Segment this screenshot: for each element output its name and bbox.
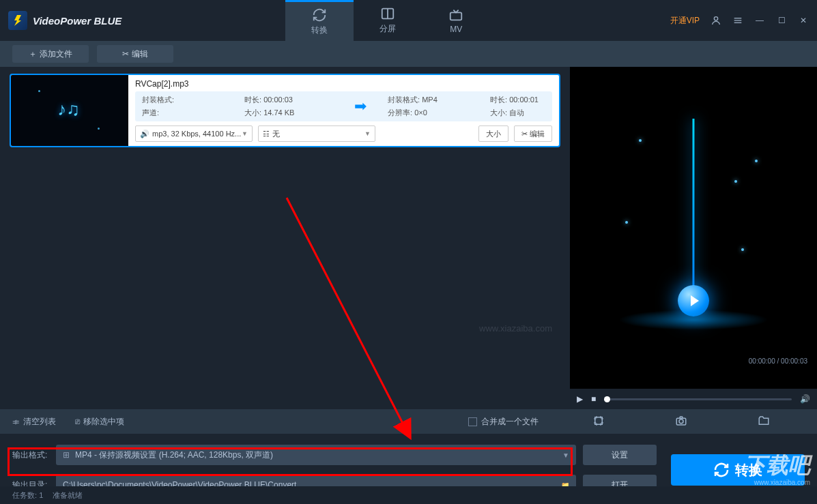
svg-point-9: [679, 419, 683, 423]
merge-checkbox[interactable]: [468, 417, 477, 426]
chevron-down-icon: ▼: [364, 130, 371, 137]
preview-panel: 00:00:00 / 00:00:03 ▶ ■ 🔊: [570, 67, 817, 409]
remove-selected-button[interactable]: ⎚移除选中项: [75, 416, 124, 428]
file-card-body: RVCap[2].mp3 封装格式: 声道: 时长: 00:00:03 大小: …: [128, 75, 559, 146]
volume-button[interactable]: 🔊: [800, 394, 810, 404]
refresh-icon: [713, 462, 730, 478]
format-icon: ⊞: [63, 450, 70, 460]
format-dropdown[interactable]: 🔊mp3, 32 Kbps, 44100 Hz...▼: [135, 125, 253, 142]
clear-list-button[interactable]: ⟚清空列表: [12, 416, 56, 428]
app-logo: VideoPower BLUE: [8, 11, 121, 30]
progress-bar[interactable]: [604, 398, 792, 400]
app-title: VideoPower BLUE: [33, 15, 121, 27]
subtitle-icon: ☷: [263, 130, 270, 138]
tab-mv[interactable]: MV: [422, 0, 490, 41]
user-icon[interactable]: [711, 15, 721, 26]
camera-icon[interactable]: [675, 415, 687, 429]
tv-icon: [448, 8, 463, 23]
subtitle-dropdown[interactable]: ☷无▼: [258, 125, 375, 142]
file-list-panel: ♪♫ RVCap[2].mp3 封装格式: 声道: 时长: 00:00:03 大…: [0, 67, 570, 409]
window-controls: 开通VIP — ☐ ✕: [670, 15, 809, 27]
remove-icon: ⎚: [75, 417, 80, 426]
settings-button[interactable]: 设置: [583, 445, 657, 465]
logo-icon: [8, 11, 27, 30]
chevron-down-icon: ▼: [562, 451, 569, 459]
scissors-icon: ✂: [521, 130, 528, 138]
titlebar: VideoPower BLUE 转换 分屏 MV 开通VIP — ☐ ✕: [0, 0, 817, 41]
crop-icon[interactable]: [592, 415, 605, 429]
svg-point-3: [714, 17, 717, 20]
svg-rect-7: [595, 417, 603, 424]
scissors-icon: ✂: [122, 49, 129, 59]
audio-icon: 🔊: [140, 130, 149, 138]
player-controls: ▶ ■ 🔊: [570, 389, 817, 409]
maximize-button[interactable]: ☐: [776, 15, 787, 26]
play-button[interactable]: ▶: [577, 394, 583, 404]
file-card-controls: 🔊mp3, 32 Kbps, 44100 Hz...▼ ☷无▼ 大小 ✂编辑: [135, 125, 552, 142]
toolbar: ＋添加文件 ✂编辑: [0, 41, 817, 67]
size-button[interactable]: 大小: [478, 125, 508, 142]
vip-link[interactable]: 开通VIP: [670, 15, 700, 27]
preview-time: 00:00:00 / 00:00:03: [749, 357, 807, 365]
edit-button[interactable]: ✂编辑: [97, 45, 173, 63]
tab-convert[interactable]: 转换: [285, 0, 354, 41]
merge-label: 合并成一个文件: [481, 416, 539, 428]
thumbnail: ♪♫: [11, 75, 128, 146]
plus-icon: ＋: [29, 48, 37, 60]
list-actions-bar: ⟚清空列表 ⎚移除选中项 合并成一个文件: [0, 409, 817, 434]
arrow-right-icon: ➡: [354, 98, 367, 115]
workspace: ♪♫ RVCap[2].mp3 封装格式: 声道: 时长: 00:00:03 大…: [0, 67, 817, 409]
folder-icon[interactable]: [758, 415, 770, 429]
split-icon: [380, 6, 395, 21]
file-card[interactable]: ♪♫ RVCap[2].mp3 封装格式: 声道: 时长: 00:00:03 大…: [10, 74, 560, 147]
status-bar: 任务数: 1 准备就绪: [0, 486, 817, 504]
convert-button[interactable]: 转换: [671, 454, 805, 486]
output-format-label: 输出格式:: [12, 449, 49, 461]
clear-icon: ⟚: [12, 417, 20, 426]
preview-action-icons: [558, 415, 805, 429]
minimize-button[interactable]: —: [754, 15, 765, 26]
file-name: RVCap[2].mp3: [135, 79, 552, 89]
menu-icon[interactable]: [732, 15, 743, 26]
output-format-dropdown[interactable]: ⊞ MP4 - 保持源视频设置 (H.264; AAC, 128Kbps, 双声…: [56, 445, 576, 465]
main-tabs: 转换 分屏 MV: [285, 0, 490, 41]
file-edit-button[interactable]: ✂编辑: [514, 125, 552, 142]
tab-split[interactable]: 分屏: [354, 0, 422, 41]
music-note-icon: ♪♫: [57, 99, 80, 120]
refresh-icon: [312, 8, 327, 23]
close-button[interactable]: ✕: [798, 15, 809, 26]
video-preview[interactable]: 00:00:00 / 00:00:03: [570, 67, 817, 389]
chevron-down-icon: ▼: [242, 130, 248, 137]
svg-rect-2: [450, 12, 462, 20]
stop-button[interactable]: ■: [591, 394, 596, 404]
add-file-button[interactable]: ＋添加文件: [12, 45, 89, 63]
file-info-row: 封装格式: 声道: 时长: 00:00:03 大小: 14.74 KB ➡ 封装…: [135, 91, 552, 121]
